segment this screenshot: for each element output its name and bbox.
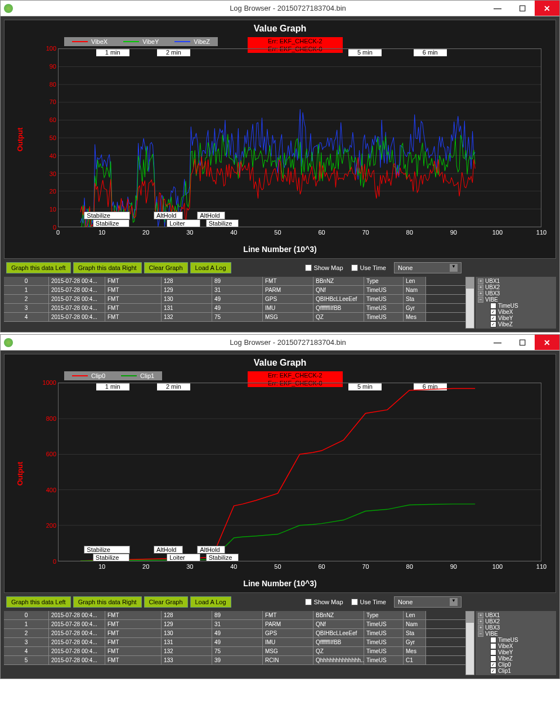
table-cell[interactable]: 31 (212, 286, 263, 294)
checkbox-icon[interactable] (490, 637, 496, 643)
tree-item[interactable]: +UBX1 (477, 612, 555, 618)
tree-child[interactable]: TimeUS (489, 637, 555, 643)
table-cell[interactable]: FMT (105, 611, 162, 619)
graph-right-button[interactable]: Graph this data Right (73, 262, 142, 273)
table-cell[interactable]: Type (364, 277, 404, 285)
table-cell[interactable]: FMT (263, 611, 313, 619)
table-cell[interactable]: FMT (105, 304, 162, 312)
show-map-checkbox[interactable]: Show Map (305, 264, 343, 271)
tree-item[interactable]: +UBX3 (477, 290, 555, 296)
table-cell[interactable]: GPS (263, 295, 313, 303)
table-cell[interactable]: 132 (162, 647, 212, 655)
table-cell[interactable]: FMT (105, 286, 162, 294)
table-cell[interactable]: 129 (162, 286, 212, 294)
table-cell[interactable]: FMT (105, 277, 162, 285)
table-cell[interactable]: 5 (4, 656, 49, 664)
table-cell[interactable]: Qhhhhhhhhhhhhh... (313, 656, 364, 664)
table-cell[interactable]: 75 (212, 647, 263, 655)
table-cell[interactable]: 89 (212, 277, 263, 285)
checkbox-icon[interactable]: ✓ (490, 321, 496, 327)
plot-area[interactable] (58, 383, 541, 561)
show-map-checkbox[interactable]: Show Map (305, 599, 343, 605)
scrollbar[interactable] (465, 277, 474, 329)
table-cell[interactable]: TimeUS (364, 286, 404, 294)
table-cell[interactable]: 2015-07-28 00:4... (49, 629, 105, 637)
table-cell[interactable]: BBnNZ (313, 277, 364, 285)
table-cell[interactable]: 2015-07-28 00:4... (49, 304, 105, 312)
table-cell[interactable]: FMT (105, 629, 162, 637)
table-cell[interactable]: PARM (263, 620, 313, 628)
use-time-checkbox[interactable]: Use Time (351, 599, 386, 605)
close-button[interactable]: ✕ (535, 1, 559, 16)
tree-child[interactable]: VibeZ (489, 655, 555, 662)
table-cell[interactable]: IMU (263, 638, 313, 646)
table-row[interactable]: 02015-07-28 00:4...FMT12889FMTBBnNZTypeL… (4, 611, 465, 620)
table-row[interactable]: 02015-07-28 00:4...FMT12889FMTBBnNZTypeL… (4, 277, 465, 286)
table-cell[interactable]: 2015-07-28 00:4... (49, 620, 105, 628)
table-cell[interactable]: Mes (404, 313, 426, 321)
table-cell[interactable]: GPS (263, 629, 313, 637)
table-row[interactable]: 32015-07-28 00:4...FMT13149IMUQffffffIIf… (4, 304, 465, 313)
table-cell[interactable]: 130 (162, 295, 212, 303)
legend-item[interactable]: VibeZ (167, 37, 218, 46)
table-cell[interactable]: FMT (105, 313, 162, 321)
table-cell[interactable]: 49 (212, 304, 263, 312)
tree-child[interactable]: ✓Clip0 (489, 662, 555, 668)
table-cell[interactable]: 128 (162, 611, 212, 619)
table-cell[interactable]: TimeUS (364, 620, 404, 628)
tree-child[interactable]: VibeX (489, 643, 555, 649)
table-cell[interactable]: Mes (404, 647, 426, 655)
table-cell[interactable]: Type (364, 611, 404, 619)
filter-dropdown[interactable]: None▼ (394, 262, 462, 273)
table-cell[interactable]: MSG (263, 647, 313, 655)
table-row[interactable]: 42015-07-28 00:4...FMT13275MSGQZTimeUSMe… (4, 313, 465, 322)
checkbox-icon[interactable]: ✓ (490, 668, 496, 674)
legend-item[interactable]: Clip1 (113, 371, 162, 380)
clear-graph-button[interactable]: Clear Graph (144, 262, 188, 273)
table-cell[interactable]: 0 (4, 277, 49, 285)
load-log-button[interactable]: Load A Log (190, 262, 231, 273)
scrollbar[interactable] (465, 611, 474, 675)
table-cell[interactable]: 31 (212, 620, 263, 628)
graph-left-button[interactable]: Graph this data Left (6, 262, 71, 273)
table-cell[interactable]: 132 (162, 313, 212, 321)
table-cell[interactable]: IMU (263, 304, 313, 312)
filter-dropdown[interactable]: None▼ (394, 596, 462, 608)
table-row[interactable]: 12015-07-28 00:4...FMT12931PARMQNfTimeUS… (4, 286, 465, 295)
table-row[interactable]: 52015-07-28 00:4...FMT13339RCINQhhhhhhhh… (4, 656, 465, 665)
table-cell[interactable]: Gyr (404, 304, 426, 312)
table-cell[interactable]: Sta (404, 629, 426, 637)
field-tree[interactable]: +UBX1+UBX2+UBX3−VIBETimeUS✓VibeX✓VibeY✓V… (474, 277, 556, 329)
data-table[interactable]: 02015-07-28 00:4...FMT12889FMTBBnNZTypeL… (4, 277, 465, 329)
table-cell[interactable]: 2015-07-28 00:4... (49, 611, 105, 619)
data-table[interactable]: 02015-07-28 00:4...FMT12889FMTBBnNZTypeL… (4, 611, 465, 675)
table-cell[interactable]: 2 (4, 629, 49, 637)
tree-child[interactable]: ✓Clip1 (489, 668, 555, 674)
table-cell[interactable]: 129 (162, 620, 212, 628)
table-cell[interactable]: 49 (212, 638, 263, 646)
table-cell[interactable]: 1 (4, 286, 49, 294)
expand-icon[interactable]: + (478, 625, 483, 631)
table-cell[interactable]: 130 (162, 629, 212, 637)
collapse-icon[interactable]: − (478, 297, 483, 303)
maximize-button[interactable]: ☐ (510, 1, 535, 16)
tree-child[interactable]: TimeUS (489, 303, 555, 309)
checkbox-icon[interactable]: ✓ (490, 662, 496, 668)
checkbox-icon[interactable] (490, 655, 496, 662)
tree-child[interactable]: VibeY (489, 649, 555, 655)
table-cell[interactable]: Gyr (404, 638, 426, 646)
table-cell[interactable]: 131 (162, 638, 212, 646)
table-row[interactable]: 12015-07-28 00:4...FMT12931PARMQNfTimeUS… (4, 620, 465, 629)
tree-item[interactable]: +UBX3 (477, 624, 555, 631)
tree-item[interactable]: +UBX2 (477, 618, 555, 624)
checkbox-icon[interactable]: ✓ (490, 309, 496, 315)
clear-graph-button[interactable]: Clear Graph (144, 596, 188, 608)
table-cell[interactable]: Len (404, 611, 426, 619)
checkbox-icon[interactable]: ✓ (490, 315, 496, 321)
table-cell[interactable]: 75 (212, 313, 263, 321)
table-cell[interactable]: C1 (404, 656, 426, 664)
table-cell[interactable]: 49 (212, 629, 263, 637)
checkbox-icon[interactable] (490, 303, 496, 309)
table-cell[interactable]: RCIN (263, 656, 313, 664)
table-cell[interactable]: Len (404, 277, 426, 285)
